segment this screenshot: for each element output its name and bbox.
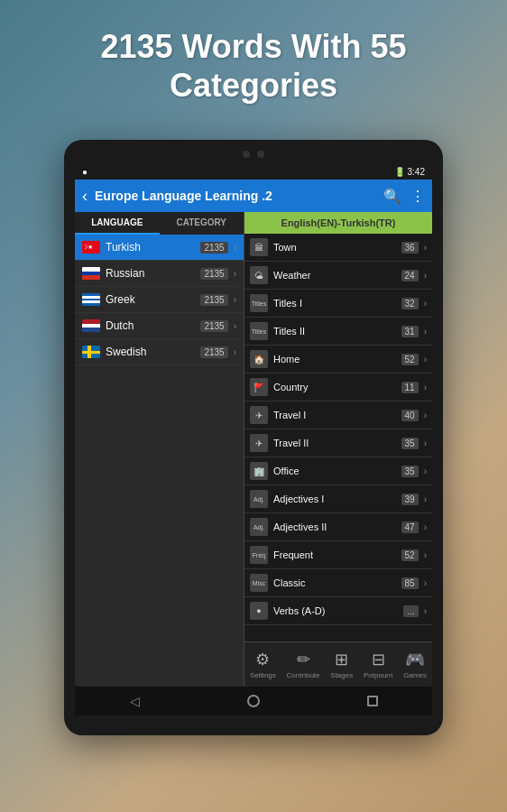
cat-name-town: Town	[273, 242, 396, 253]
games-icon: 🎮	[405, 650, 425, 669]
arrow-greek: ›	[234, 295, 236, 305]
list-item[interactable]: ✈ Travel I 40 ›	[244, 401, 432, 429]
nav-potpourri[interactable]: ⊟ Potpourri	[364, 650, 392, 679]
camera-dot-right	[257, 151, 264, 158]
cat-arrow-frequent: ›	[424, 550, 427, 560]
cat-name-frequent: Frequent	[273, 549, 396, 560]
cat-arrow-adj1: ›	[424, 494, 427, 504]
list-item[interactable]: Titles Titles I 32 ›	[244, 290, 432, 318]
classic-icon: Misc	[250, 574, 268, 592]
list-item[interactable]: 🌤 Weather 24 ›	[244, 262, 432, 290]
more-icon[interactable]: ⋮	[410, 188, 425, 205]
list-item[interactable]: Freq Frequent 52 ›	[244, 541, 432, 569]
cat-arrow-titles1: ›	[424, 299, 427, 309]
flag-greek	[82, 293, 100, 306]
office-icon: 🏢	[250, 462, 268, 480]
flag-russian	[82, 267, 100, 280]
stages-icon: ⊞	[335, 650, 348, 669]
list-item[interactable]: ☽★ Turkish 2135 ›	[75, 235, 244, 261]
flag-swedish	[82, 346, 100, 358]
nav-contribute[interactable]: ✏ Contribute	[287, 650, 320, 679]
category-list: 🏛 Town 36 › 🌤 Weather 24 › Titles	[244, 234, 432, 641]
cat-count-adj2: 47	[401, 521, 419, 533]
nav-settings[interactable]: ⚙ Settings	[250, 650, 276, 679]
list-item[interactable]: Titles Titles II 31 ›	[244, 318, 432, 346]
country-icon: 🚩	[250, 378, 268, 396]
list-item[interactable]: 🏛 Town 36 ›	[244, 234, 432, 262]
nav-stages[interactable]: ⊞ Stages	[330, 650, 353, 679]
back-button[interactable]: ‹	[82, 187, 88, 206]
titles1-icon: Titles	[250, 294, 268, 312]
right-header: English(EN)-Turkish(TR)	[244, 212, 432, 234]
status-bar: ● 🔋 3:42	[75, 163, 432, 180]
frequent-icon: Freq	[250, 546, 268, 564]
titles2-icon: Titles	[250, 322, 268, 340]
cat-name-travel1: Travel I	[273, 410, 396, 420]
cat-name-titles2: Titles II	[273, 326, 396, 337]
lang-name-swedish: Swedish	[106, 346, 195, 358]
tab-language[interactable]: LANGUAGE	[75, 212, 160, 235]
cat-count-frequent: 52	[401, 549, 419, 561]
list-item[interactable]: Adj. Adjectives I 39 ›	[244, 485, 432, 513]
cat-name-verbs: Verbs (A-D)	[273, 605, 398, 616]
nav-games-label: Games	[403, 671, 427, 679]
system-nav-bar: ◁	[75, 687, 432, 715]
cat-arrow-titles2: ›	[424, 327, 427, 337]
notification-dot: ●	[82, 167, 88, 177]
tab-category[interactable]: CATEGORY	[160, 212, 244, 235]
lang-count-turkish: 2135	[200, 242, 227, 254]
screen: ● 🔋 3:42 ‹ Europe Language Learning .2 🔍…	[75, 163, 432, 687]
potpourri-icon: ⊟	[372, 650, 385, 669]
lang-name-dutch: Dutch	[106, 319, 195, 332]
cat-arrow-verbs: ›	[424, 606, 427, 616]
list-item[interactable]: ● Verbs (A-D) ... ›	[244, 597, 432, 625]
weather-icon: 🌤	[250, 266, 268, 284]
search-icon[interactable]: 🔍	[383, 188, 401, 205]
recent-square-icon	[367, 696, 378, 706]
list-item[interactable]: 🏢 Office 35 ›	[244, 457, 432, 485]
cat-arrow-office: ›	[424, 466, 427, 476]
cat-count-titles1: 32	[401, 298, 419, 309]
lang-count-swedish: 2135	[200, 346, 227, 358]
toolbar-title: Europe Language Learning .2	[95, 189, 376, 203]
list-item[interactable]: Swedish 2135 ›	[75, 339, 244, 365]
cat-count-adj1: 39	[401, 494, 419, 505]
cat-count-classic: 85	[401, 577, 419, 589]
nav-contribute-label: Contribute	[287, 671, 320, 679]
cat-count-office: 35	[401, 466, 419, 477]
recent-apps-button[interactable]	[364, 692, 382, 710]
lang-count-russian: 2135	[200, 268, 227, 280]
nav-games[interactable]: 🎮 Games	[403, 650, 427, 679]
status-left: ●	[82, 167, 88, 177]
list-item[interactable]: Misc Classic 85 ›	[244, 569, 432, 597]
flag-turkish: ☽★	[82, 241, 100, 254]
cat-arrow-weather: ›	[424, 271, 427, 281]
home-icon: 🏠	[250, 350, 268, 368]
cat-arrow-country: ›	[424, 383, 427, 392]
list-item[interactable]: 🏠 Home 52 ›	[244, 346, 432, 374]
content-area: LANGUAGE CATEGORY ☽★ Turkish 2135 ›	[75, 212, 432, 687]
nav-potpourri-label: Potpourri	[364, 671, 392, 679]
clock: 3:42	[408, 167, 425, 177]
cat-name-adj2: Adjectives II	[273, 521, 396, 532]
list-item[interactable]: ✈ Travel II 35 ›	[244, 429, 432, 457]
status-right: 🔋 3:42	[394, 167, 425, 177]
list-item[interactable]: Dutch 2135 ›	[75, 313, 244, 339]
cat-count-town: 36	[401, 242, 419, 254]
arrow-dutch: ›	[234, 321, 236, 331]
hero-line1: 2135 Words With 55	[0, 27, 507, 66]
travel1-icon: ✈	[250, 406, 268, 424]
list-item[interactable]: 🚩 Country 11 ›	[244, 374, 432, 401]
list-item[interactable]: Greek 2135 ›	[75, 287, 244, 313]
back-triangle-icon: ◁	[130, 694, 140, 708]
cat-name-titles1: Titles I	[273, 298, 396, 309]
back-system-button[interactable]: ◁	[125, 692, 143, 710]
list-item[interactable]: Russian 2135 ›	[75, 261, 244, 287]
home-button[interactable]	[244, 692, 263, 710]
cat-count-travel2: 35	[401, 438, 419, 449]
list-item[interactable]: Adj. Adjectives II 47 ›	[244, 513, 432, 541]
cat-arrow-classic: ›	[424, 578, 427, 588]
nav-settings-label: Settings	[250, 671, 276, 679]
cat-name-classic: Classic	[273, 577, 396, 588]
left-panel: LANGUAGE CATEGORY ☽★ Turkish 2135 ›	[75, 212, 244, 687]
